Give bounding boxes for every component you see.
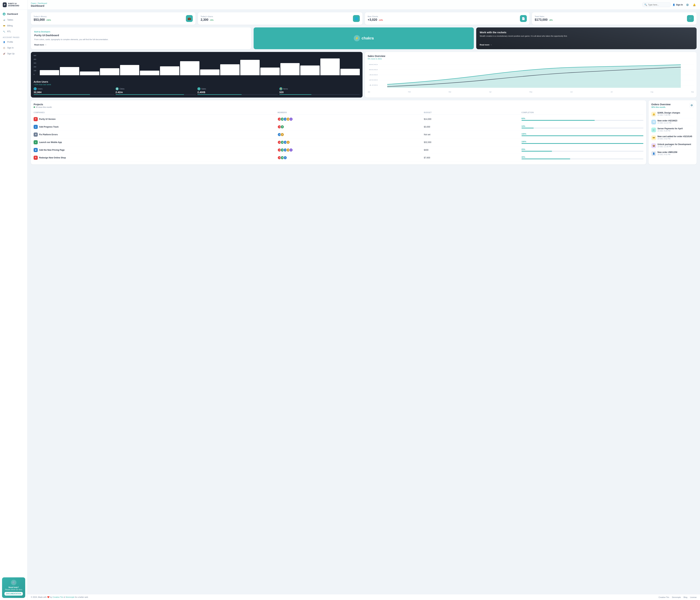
documentation-button[interactable]: DOCUMENTATION bbox=[4, 592, 23, 596]
progress-bar bbox=[522, 135, 643, 136]
charts-row: 500 400 300 200 100 0 bbox=[31, 52, 697, 98]
order-date: 21 DEC 11:21 PM bbox=[657, 122, 677, 124]
rocket-read-more[interactable]: Read more → bbox=[480, 44, 693, 46]
sidebar-item-tables[interactable]: 📊 Tables bbox=[0, 17, 27, 23]
sidebar-item-label: Profile bbox=[7, 41, 13, 43]
content-area: Today's Money $53,000 +55% 💼 Today's Use… bbox=[27, 9, 700, 594]
users-icon: 🌐 bbox=[353, 15, 360, 22]
help-icon: ⚙️ bbox=[11, 580, 17, 585]
sidebar-item-label: Billing bbox=[7, 25, 13, 27]
metric-value: 320 bbox=[279, 91, 360, 94]
footer-nav-creative-tim[interactable]: Creative Tim bbox=[658, 596, 669, 598]
order-icon-bell: 🔔 bbox=[651, 112, 656, 116]
footer-link-simmmple[interactable]: Simmmple bbox=[66, 596, 74, 598]
topbar-right: 🔍 👤 Sign In ⚙️ 🔔 bbox=[642, 2, 697, 7]
chakra-inner: ⚡ chakra bbox=[354, 35, 374, 41]
order-date: 20 DEC 3:52 PM bbox=[657, 138, 692, 140]
bar bbox=[60, 67, 79, 75]
avatar: C bbox=[283, 156, 287, 160]
footer-right: Creative Tim Simmmple Blog License bbox=[658, 596, 697, 598]
svg-text:800: 800 bbox=[369, 63, 378, 65]
footer-nav-license[interactable]: License bbox=[690, 596, 697, 598]
column-companies: COMPANIES bbox=[33, 112, 277, 113]
y-label: 500 bbox=[33, 55, 39, 56]
x-label: Apr bbox=[489, 91, 492, 93]
line-chart-container: 800 600 400 200 100 bbox=[368, 61, 694, 90]
stat-card-clients: New Clients +3,020 -14% 📄 bbox=[365, 12, 529, 25]
orders-settings-button[interactable]: ⚙️ bbox=[690, 103, 694, 107]
metrics-row: 👥 Users 32,984 🖱️ Clicks bbox=[33, 87, 360, 95]
bar bbox=[280, 63, 300, 75]
sales-overview-title: Sales Overview bbox=[368, 55, 694, 57]
x-label: Feb bbox=[408, 91, 411, 93]
order-text: New card added for order #3210145 20 DEC… bbox=[657, 135, 692, 140]
table-row: ▲ Add Progress Track A B $3,000 bbox=[33, 123, 643, 131]
bar bbox=[140, 71, 159, 75]
sidebar-item-signup[interactable]: 🚀 Sign Up bbox=[0, 51, 27, 57]
signin-label: Sign In bbox=[676, 4, 683, 6]
order-item: 📦 Unlock packages for Development 19 DEC… bbox=[651, 142, 694, 150]
stat-value: $53,000 bbox=[33, 18, 45, 21]
members-cell: A B C bbox=[277, 156, 424, 160]
line-chart-svg: 800 600 400 200 100 bbox=[368, 61, 694, 88]
mid-row: Built by Developers Purity UI Dashboard … bbox=[31, 27, 697, 49]
signin-button[interactable]: 👤 Sign In bbox=[673, 4, 683, 6]
search-box[interactable]: 🔍 bbox=[642, 2, 671, 7]
progress-fill bbox=[522, 120, 595, 121]
progress-fill bbox=[522, 159, 570, 159]
rocket-description: Wealth creation is a revolutionary recen… bbox=[480, 35, 693, 37]
breadcrumb-prefix: Pages bbox=[31, 2, 36, 4]
column-budget: BUDGET bbox=[424, 112, 522, 113]
footer-link-creative-tim[interactable]: Creative Tim bbox=[53, 596, 63, 598]
info-card-description: From colors, cards, typography to comple… bbox=[34, 38, 248, 41]
rocket-content: Work with the rockets Wealth creation is… bbox=[480, 31, 693, 40]
settings-icon[interactable]: ⚙️ bbox=[685, 2, 690, 7]
logo-text: PURITY UI DASHBOARD bbox=[8, 3, 25, 7]
bar bbox=[240, 60, 259, 75]
metric-label: 👥 Users bbox=[33, 87, 114, 90]
metric-value: 2,400$ bbox=[197, 91, 278, 94]
avatar-stack: A B C D bbox=[277, 140, 290, 144]
company-name: Purity UI Version bbox=[39, 118, 55, 120]
company-cell: ▲ Add Progress Track bbox=[33, 125, 277, 129]
stat-info: New Clients +3,020 -14% bbox=[368, 16, 383, 22]
sidebar-item-signin[interactable]: 📋 Sign In bbox=[0, 45, 27, 51]
sidebar-item-billing[interactable]: 💳 Billing bbox=[0, 23, 27, 29]
breadcrumb: Pages / Dashboard Dashboard bbox=[31, 2, 47, 7]
bar bbox=[40, 70, 59, 75]
table-row: ⚙ Fix Platform Errors C D Not set bbox=[33, 131, 643, 138]
progress-fill bbox=[522, 135, 643, 136]
company-cell: P Purity UI Version bbox=[33, 117, 277, 121]
chart-x-labels: Jan Feb Mar Apr May Jun Jul Aug Sep bbox=[368, 91, 694, 93]
completion-pct: 60% bbox=[522, 118, 643, 120]
metric-items: 📦 Items 320 bbox=[279, 87, 360, 95]
metric-items-icon: 📦 bbox=[279, 87, 282, 90]
sidebar-item-profile[interactable]: 👤 Profile bbox=[0, 39, 27, 45]
footer-nav-blog[interactable]: Blog bbox=[683, 596, 687, 598]
bar-chart-card: 500 400 300 200 100 0 bbox=[31, 52, 362, 98]
x-label: Sep bbox=[691, 91, 694, 93]
stat-change: +8% bbox=[549, 19, 553, 21]
sidebar-item-dashboard[interactable]: ⊞ Dashboard bbox=[0, 11, 27, 17]
metric-label-text: Sales bbox=[201, 88, 206, 90]
notifications-icon[interactable]: 🔔 bbox=[692, 2, 697, 7]
footer-nav-simmmple[interactable]: Simmmple bbox=[672, 596, 681, 598]
order-text: New order #4219423 21 DEC 11:21 PM bbox=[657, 120, 677, 124]
orders-title: Orders Overview bbox=[651, 103, 671, 106]
company-cell: ● Launch our Mobile App bbox=[33, 140, 277, 144]
company-name: Add Progress Track bbox=[39, 126, 58, 128]
sales-overview-subtitle: 5% more in 2021 bbox=[368, 58, 694, 60]
progress-fill bbox=[522, 143, 643, 144]
read-more-link[interactable]: Read more → bbox=[34, 44, 248, 46]
members-cell: C D bbox=[277, 133, 424, 136]
completion-cell: 100% bbox=[522, 140, 643, 144]
sidebar-item-rtl[interactable]: 🔧 RTL bbox=[0, 29, 27, 34]
search-input[interactable] bbox=[648, 4, 669, 6]
sidebar-item-label: Sign In bbox=[7, 47, 14, 49]
members-cell: A B C D E bbox=[277, 117, 424, 121]
table-row: ● Launch our Mobile App A B C D bbox=[33, 138, 643, 146]
stat-value-row: +3,020 -14% bbox=[368, 18, 383, 22]
projects-sub-text: 30 done this month. bbox=[36, 106, 52, 108]
page-title: Dashboard bbox=[31, 4, 47, 7]
x-label: Mar bbox=[449, 91, 451, 93]
